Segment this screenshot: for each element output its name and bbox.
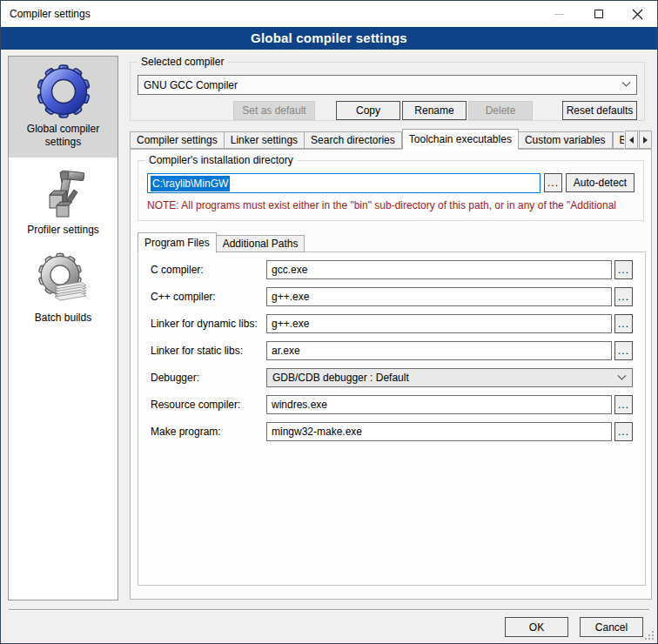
compiler-settings-dialog: Compiler settings Global compiler settin… [0,0,658,644]
field-label: Linker for dynamic libs: [151,318,266,330]
profiler-caliper-icon [36,164,91,219]
toolchain-executables-page: Compiler's installation directory C:\ray… [130,149,652,600]
make-program-input[interactable] [266,422,612,441]
linker-dynamic-input[interactable] [266,314,612,333]
field-row-make-program: Make program: ... [151,422,633,441]
make-program-browse-button[interactable]: ... [614,422,633,441]
installation-directory-row: C:\raylib\MinGW ... Auto-detect [147,173,634,193]
debugger-select-value: GDB/CDB debugger : Default [272,372,409,384]
copy-button[interactable]: Copy [336,101,400,120]
field-row-cpp-compiler: C++ compiler: ... [151,287,633,306]
linker-dynamic-browse-button[interactable]: ... [614,314,633,333]
compiler-gear-icon [36,63,91,118]
maximize-button[interactable] [579,1,618,27]
compiler-select-value: GNU GCC Compiler [144,79,238,91]
cancel-button[interactable]: Cancel [580,617,643,637]
field-row-linker-dynamic: Linker for dynamic libs: ... [151,314,633,333]
resource-compiler-input[interactable] [266,395,612,414]
caption-buttons [540,1,657,27]
field-label: C compiler: [151,264,266,276]
tab-scroll-right-icon [643,137,648,144]
tab-toolchain-executables[interactable]: Toolchain executables [402,129,519,150]
window-title: Compiler settings [1,8,91,20]
tab-scroll-right-button[interactable] [639,131,652,149]
cpp-compiler-input[interactable] [266,287,612,306]
program-files-panel: C compiler: ... C++ compiler: ... Linker… [138,252,646,586]
settings-category-list: Global compiler settings [8,56,118,600]
field-label: Linker for static libs: [151,345,266,357]
footer-divider [9,609,649,611]
tab-build-options[interactable]: Build options [613,131,624,149]
installation-directory-group: Compiler's installation directory C:\ray… [138,160,644,221]
field-row-linker-static: Linker for static libs: ... [151,341,633,360]
field-row-resource-compiler: Resource compiler: ... [151,395,633,414]
titlebar: Compiler settings [1,1,657,27]
linker-static-browse-button[interactable]: ... [614,341,633,360]
field-label: Debugger: [151,372,266,384]
tab-custom-variables[interactable]: Custom variables [519,131,613,149]
install-dir-note: NOTE: All programs must exist either in … [147,199,657,211]
compiler-action-buttons: Set as default Copy Rename Delete Reset … [233,101,637,120]
tab-scroll-left-button[interactable] [625,131,638,149]
tab-search-directories[interactable]: Search directories [305,131,402,149]
sidebar-item-batch-builds[interactable]: Batch builds [9,245,118,333]
minimize-button [540,1,579,27]
tab-linker-settings[interactable]: Linker settings [225,131,305,149]
sidebar-item-label: Batch builds [35,312,91,325]
field-row-debugger: Debugger: GDB/CDB debugger : Default [151,368,633,387]
cpp-compiler-browse-button[interactable]: ... [614,287,633,306]
field-label: Make program: [151,426,266,438]
close-icon [632,9,643,20]
compiler-select[interactable]: GNU GCC Compiler [138,75,637,95]
reset-defaults-button[interactable]: Reset defaults [562,101,637,120]
tab-additional-paths[interactable]: Additional Paths [217,235,306,252]
c-compiler-input[interactable] [266,260,612,279]
field-label: C++ compiler: [151,291,266,303]
ok-button[interactable]: OK [505,617,568,637]
minimize-icon [554,14,564,15]
page-title: Global compiler settings [1,27,657,50]
install-dir-input[interactable]: C:\raylib\MinGW [147,173,540,193]
field-row-c-compiler: C compiler: ... [151,260,633,279]
install-dir-selected-text: C:\raylib\MinGW [151,176,230,191]
set-as-default-button: Set as default [233,101,315,120]
maximize-icon [594,10,603,18]
close-button[interactable] [618,1,657,27]
tab-scroll-left-icon [629,137,634,144]
sidebar-item-profiler-settings[interactable]: Profiler settings [9,158,118,245]
field-label: Resource compiler: [151,399,266,411]
settings-tabstrip: Compiler settings Linker settings Search… [130,130,652,149]
delete-button: Delete [468,101,533,120]
resize-grip[interactable] [645,631,655,641]
debugger-select[interactable]: GDB/CDB debugger : Default [266,368,633,387]
sidebar-item-global-compiler-settings[interactable]: Global compiler settings [9,57,118,158]
autodetect-button[interactable]: Auto-detect [566,173,634,192]
install-dir-browse-button[interactable]: ... [544,173,562,192]
batch-builds-icon [36,252,91,307]
tab-compiler-settings[interactable]: Compiler settings [130,131,225,149]
tab-clip-region: Build options [613,130,624,149]
resource-compiler-browse-button[interactable]: ... [614,395,633,414]
installation-directory-group-label: Compiler's installation directory [145,154,297,166]
tab-program-files[interactable]: Program Files [138,232,217,253]
linker-static-input[interactable] [266,341,612,360]
chevron-down-icon [618,371,627,379]
sidebar-item-label: Profiler settings [27,224,99,237]
program-files-tabstrip: Program Files Additional Paths [138,233,305,252]
chevron-down-icon [622,78,631,87]
sidebar-item-label: Global compiler settings [10,123,116,149]
selected-compiler-group-label: Selected compiler [138,56,227,68]
selected-compiler-group: Selected compiler GNU GCC Compiler Set a… [130,62,645,121]
rename-button[interactable]: Rename [402,101,467,120]
c-compiler-browse-button[interactable]: ... [614,260,633,279]
